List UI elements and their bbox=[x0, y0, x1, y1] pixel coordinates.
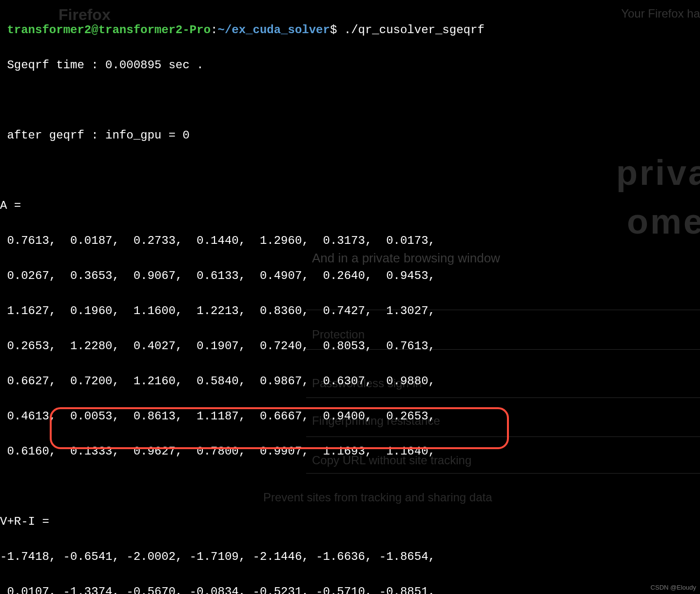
matrix-a-row: 0.2653, 1.2280, 0.4027, 0.1907, 0.7240, … bbox=[0, 337, 700, 355]
matrix-a-row: 1.1627, 0.1960, 1.1600, 1.2213, 0.8360, … bbox=[0, 302, 700, 320]
matrix-vri-row: -1.7418, -0.6541, -2.0002, -1.7109, -2.1… bbox=[0, 548, 700, 566]
prompt-path: ~/ex_cuda_solver bbox=[217, 23, 330, 37]
watermark: CSDN @Eloudy bbox=[651, 583, 696, 593]
prompt-host: transformer2-Pro bbox=[98, 23, 211, 37]
matrix-vri-row: 0.0107, -1.3374, -0.5670, -0.0834, -0.52… bbox=[0, 583, 700, 594]
matrix-a-row: 0.6627, 0.7200, 1.2160, 0.5840, 0.9867, … bbox=[0, 373, 700, 390]
terminal-output[interactable]: transformer2@transformer2-Pro:~/ex_cuda_… bbox=[0, 4, 700, 594]
matrix-a-row: 0.4613, 0.0053, 0.8613, 1.1187, 0.6667, … bbox=[0, 408, 700, 425]
line-after-geqrf: after geqrf : info_gpu = 0 bbox=[0, 127, 700, 144]
prompt-user: transformer2 bbox=[7, 23, 91, 37]
matrix-a-row: 0.7613, 0.0187, 0.2733, 0.1440, 1.2960, … bbox=[0, 232, 700, 250]
matrix-a-row: 0.6160, 0.1333, 0.9627, 0.7800, 0.9907, … bbox=[0, 443, 700, 460]
prompt-line: transformer2@transformer2-Pro:~/ex_cuda_… bbox=[0, 21, 700, 39]
matrix-a-row: 0.0267, 0.3653, 0.9067, 0.6133, 0.4907, … bbox=[0, 267, 700, 285]
line-sgeqrf-time: Sgeqrf time : 0.000895 sec . bbox=[0, 57, 700, 74]
prompt-command: ./qr_cusolver_sgeqrf bbox=[344, 23, 485, 37]
label-matrix-vri: V+R-I = bbox=[0, 513, 700, 531]
label-matrix-a: A = bbox=[0, 197, 700, 215]
